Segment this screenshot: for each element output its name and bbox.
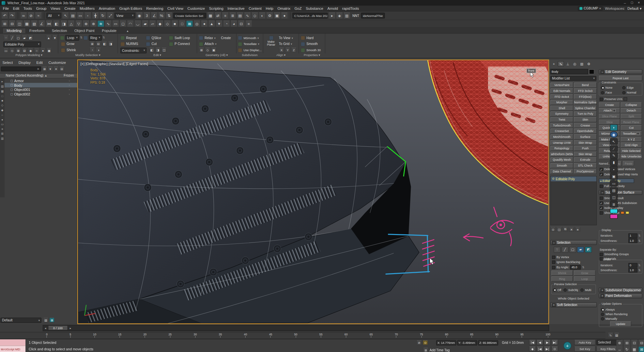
modifier-preset-button[interactable]: OpenSubdiv: [574, 128, 597, 134]
pencil-icon[interactable]: ✎: [610, 152, 618, 159]
modifier-preset-button[interactable]: TurboSmooth: [550, 123, 573, 128]
modifier-preset-button[interactable]: Shell: [550, 106, 573, 111]
next-frame-arrow-icon[interactable]: ▸: [69, 326, 72, 330]
modifier-preset-button[interactable]: Normalize Spline: [574, 100, 597, 105]
timeline-tick[interactable]: 75: [420, 333, 423, 338]
explorer-side-icon[interactable]: ▤: [1, 85, 4, 88]
macro-recorder-field[interactable]: [0, 339, 25, 346]
nnt-script-button[interactable]: NNT: [351, 14, 360, 17]
timeline-tick[interactable]: 45: [269, 333, 272, 338]
render-production-icon[interactable]: ●: [281, 12, 288, 19]
timeline-tick[interactable]: 50: [294, 333, 298, 338]
poly-tool-icon[interactable]: ▭: [3, 48, 8, 53]
ribbon-tab[interactable]: Freeform: [26, 28, 48, 33]
render-smoothness-field[interactable]: 1.0: [628, 268, 637, 272]
select-and-scale-icon[interactable]: ⤢: [107, 12, 114, 19]
normal-thief-script-button[interactable]: ideNormalThie: [361, 13, 385, 19]
active-object-dropdown[interactable]: Editable Poly▾: [3, 41, 41, 47]
selection-rollout-header[interactable]: −Selection: [550, 240, 597, 245]
selection-tool-icon[interactable]: ⊞: [89, 41, 95, 46]
selection-set-dropdown[interactable]: Default▾: [0, 317, 41, 323]
materials-checkbox[interactable]: Materials: [600, 257, 616, 260]
menu-item[interactable]: Interactive: [225, 7, 247, 11]
motion-tab-icon[interactable]: ◎: [572, 61, 578, 66]
timeline-tick[interactable]: 0: [46, 333, 48, 338]
selection-filter-dropdown[interactable]: All▾: [46, 13, 61, 19]
timeline-tick[interactable]: 95: [520, 333, 524, 338]
explorer-tool-icon[interactable]: ▾: [48, 66, 53, 71]
modifier-preset-button[interactable]: Skin Wrap: [574, 140, 597, 145]
ribbon-minimize-icon[interactable]: ▴: [125, 29, 130, 33]
modifier-preset-button[interactable]: Crease: [574, 123, 597, 128]
menu-item[interactable]: Omatrix: [275, 7, 292, 11]
preserve-uvs-checkbox[interactable]: Preserve UVs: [600, 97, 627, 101]
tool-icon[interactable]: ◻: [119, 21, 126, 27]
stack-nav-icon[interactable]: ▲: [46, 35, 51, 40]
maximize-viewport-icon[interactable]: ⊠: [638, 346, 644, 352]
menu-item[interactable]: Civil View: [165, 7, 185, 11]
paste-button[interactable]: Paste: [623, 161, 634, 166]
panel-label[interactable]: Subdivision: [237, 53, 263, 58]
ribbon-tab[interactable]: Object Paint: [71, 28, 98, 33]
modifier-preset-button[interactable]: Push: [574, 146, 597, 151]
tool-icon[interactable]: ●: [201, 21, 208, 27]
menu-item[interactable]: Modifiers: [78, 7, 97, 11]
tool-icon[interactable]: ◇: [164, 21, 171, 27]
viewport[interactable]: [+] [Orthographic] [Standard] [Edged Fac…: [77, 60, 549, 324]
maximize-button[interactable]: ▢: [628, 0, 635, 5]
show-end-result-icon[interactable]: ◫: [557, 227, 562, 232]
subobject-mode-icon[interactable]: ▢: [16, 35, 21, 40]
constraint-face-radio[interactable]: Face: [601, 91, 612, 94]
stamp-icon[interactable]: ▣: [610, 173, 618, 180]
render-iterations-field[interactable]: 0: [628, 263, 637, 268]
edit-geometry-button[interactable]: Slice: [599, 119, 620, 125]
ribbon-tab[interactable]: Modeling: [3, 28, 26, 33]
ring-button[interactable]: Ring: [551, 276, 573, 281]
tool-icon[interactable]: ⊠: [186, 21, 193, 27]
border-subobject-icon[interactable]: ▢: [569, 247, 576, 253]
menu-item[interactable]: GoZ: [292, 7, 304, 11]
ignore-backfacing-checkbox[interactable]: Ignore Backfacing: [552, 260, 580, 264]
to-view-button[interactable]: To View▾: [279, 35, 293, 40]
modifier-preset-button[interactable]: PathDeform (WSM): [550, 152, 573, 157]
selection-tool-icon[interactable]: ◨: [108, 41, 113, 46]
menu-item[interactable]: rapidTools: [340, 7, 361, 11]
explorer-menu-item[interactable]: Customize: [49, 61, 66, 65]
poly-tool-icon[interactable]: ○: [34, 48, 39, 53]
make-planar-button[interactable]: Make Planar: [264, 36, 278, 51]
timeline-tick[interactable]: 70: [395, 333, 398, 338]
track-bar[interactable]: 0510152025303540455055606570758085909510…: [0, 332, 606, 339]
material-editor-icon[interactable]: ◐: [259, 12, 266, 19]
tool-icon[interactable]: ∠: [38, 21, 45, 27]
menu-item[interactable]: Scripting: [207, 7, 225, 11]
angle-snap-icon[interactable]: ∠: [151, 12, 158, 19]
tessellate-button[interactable]: Tessellate▾: [238, 41, 259, 47]
subobject-mode-icon[interactable]: ▰: [22, 35, 27, 40]
poly-tool-icon[interactable]: ◆: [28, 48, 33, 53]
poly-tool-icon[interactable]: ⊟: [22, 48, 27, 53]
p-connect-button[interactable]: P Connect: [169, 41, 190, 47]
time-slider-handle[interactable]: 0 / 100: [48, 326, 68, 330]
subobject-mode-icon[interactable]: ╱: [9, 35, 15, 40]
poly-tool-icon[interactable]: ●: [40, 48, 45, 53]
modify-tab-icon[interactable]: ∿: [558, 61, 564, 66]
schematic-view-icon[interactable]: ◇: [251, 12, 258, 19]
angle-value-field[interactable]: 45.0: [570, 265, 581, 270]
shrink-button[interactable]: Shrink: [551, 271, 573, 276]
named-selection-set-field[interactable]: Create Selection Set: [173, 13, 206, 19]
cursor-icon[interactable]: ↖: [610, 138, 618, 145]
tool-icon[interactable]: ▽: [75, 21, 82, 27]
scene-object-row[interactable]: ▢ Object001 ▫: [5, 87, 77, 92]
tool-icon[interactable]: ◕: [230, 21, 237, 27]
percent-snap-icon[interactable]: %: [158, 12, 165, 19]
scene-object-row[interactable]: ▢ Object002 ▫: [5, 92, 77, 96]
tool-icon[interactable]: ⊕: [83, 21, 89, 27]
window-crossing-icon[interactable]: ▫: [84, 12, 91, 19]
maxscript-mini-listener[interactable]: MAXScript MEI: [0, 346, 25, 352]
menu-item[interactable]: File: [1, 7, 11, 11]
layers-icon[interactable]: ≣: [610, 201, 618, 208]
delete-unused-map-verts-checkbox[interactable]: Delete Unused Map Verts: [600, 172, 638, 176]
panel-label[interactable]: Modify Selection ▾: [58, 53, 117, 58]
element-subobject-icon[interactable]: ◩: [585, 247, 592, 253]
explorer-side-icon[interactable]: ■: [1, 99, 3, 102]
